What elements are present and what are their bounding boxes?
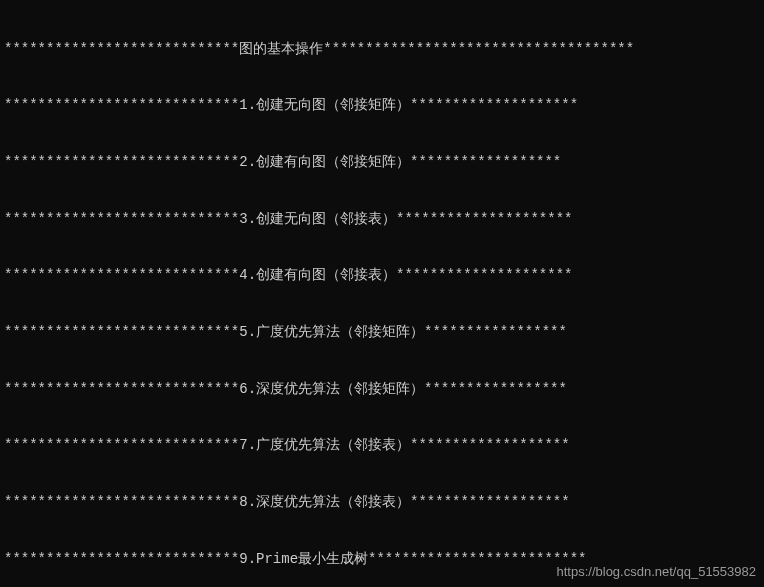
menu-item-6: ****************************6.深度优先算法（邻接矩… [4,380,760,399]
menu-item-7: ****************************7.广度优先算法（邻接表… [4,436,760,455]
menu-item-1: ****************************1.创建无向图（邻接矩阵… [4,96,760,115]
menu-item-5: ****************************5.广度优先算法（邻接矩… [4,323,760,342]
watermark-url: https://blog.csdn.net/qq_51553982 [557,563,757,581]
terminal-output: ****************************图的基本操作******… [4,2,760,587]
menu-item-3: ****************************3.创建无向图（邻接表）… [4,210,760,229]
menu-title: ****************************图的基本操作******… [4,40,760,59]
menu-item-8: ****************************8.深度优先算法（邻接表… [4,493,760,512]
menu-item-2: ****************************2.创建有向图（邻接矩阵… [4,153,760,172]
menu-item-4: ****************************4.创建有向图（邻接表）… [4,266,760,285]
